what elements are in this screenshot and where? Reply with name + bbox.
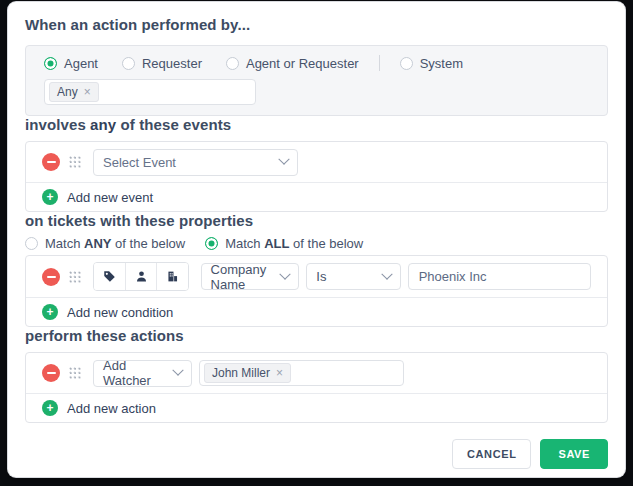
radio-unselected-icon [25, 237, 38, 250]
conditions-box: Company Name Is Phoenix Inc + Add new co… [25, 255, 608, 327]
select-value: Is [316, 269, 326, 284]
drag-handle-icon[interactable] [69, 156, 81, 168]
chip-label: John Miller [212, 366, 270, 380]
radio-option-agent-or-requester[interactable]: Agent or Requester [226, 56, 359, 71]
value-chip: John Miller × [204, 363, 291, 383]
vertical-divider [379, 55, 380, 71]
radio-option-system[interactable]: System [400, 56, 463, 71]
drag-handle-icon[interactable] [69, 367, 81, 379]
radio-label: Agent [64, 56, 98, 71]
label-text: of the below [111, 236, 185, 251]
radio-option-agent[interactable]: Agent [44, 56, 98, 71]
add-action-label: Add new action [67, 401, 156, 416]
condition-operator-select[interactable]: Is [306, 263, 400, 290]
radio-unselected-icon [122, 57, 135, 70]
label-bold-text: ALL [264, 236, 289, 251]
label-text: Match [45, 236, 84, 251]
plus-icon: + [42, 304, 58, 320]
select-value: Company Name [211, 262, 274, 292]
condition-field-select[interactable]: Company Name [201, 263, 300, 290]
match-type-radio-group: Match ANY of the below Match ALL of the … [25, 236, 608, 251]
action-type-select[interactable]: Add Watcher [93, 360, 192, 387]
ticket-tag-icon[interactable] [94, 263, 125, 290]
add-action-button[interactable]: + Add new action [26, 393, 607, 422]
event-select[interactable]: Select Event [93, 149, 298, 176]
radio-match-all[interactable]: Match ALL of the below [205, 236, 363, 251]
radio-label: Requester [142, 56, 202, 71]
actions-box: Add Watcher John Miller × + Add new acti… [25, 352, 608, 423]
radio-unselected-icon [226, 57, 239, 70]
add-event-button[interactable]: + Add new event [26, 182, 607, 211]
radio-selected-icon [44, 57, 57, 70]
section-title-events: involves any of these events [25, 116, 608, 133]
heading-text: involves [25, 116, 90, 133]
condition-row: Company Name Is Phoenix Inc [26, 256, 607, 297]
chevron-down-icon [172, 365, 183, 376]
save-button[interactable]: SAVE [540, 439, 608, 469]
radio-label: Match ANY of the below [45, 236, 185, 251]
chip-label: Any [57, 85, 78, 99]
condition-scope-toggle [93, 262, 189, 291]
add-condition-label: Add new condition [67, 305, 173, 320]
performed-by-radio-group: Agent Requester Agent or Requester Syste… [44, 55, 589, 71]
label-text: of the below [289, 236, 363, 251]
value-chip: Any × [49, 82, 99, 102]
select-value: Add Watcher [103, 358, 166, 388]
remove-condition-button[interactable] [42, 268, 60, 286]
cancel-button[interactable]: CANCEL [452, 439, 531, 469]
drag-handle-icon[interactable] [69, 271, 81, 283]
performed-by-value-input[interactable]: Any × [44, 79, 256, 105]
automation-rule-card: When an action performed by... Agent Req… [8, 2, 625, 477]
chevron-down-icon [278, 154, 289, 165]
action-row: Add Watcher John Miller × [26, 353, 607, 393]
heading-text: of these events [116, 116, 231, 133]
remove-action-button[interactable] [42, 364, 60, 382]
section-title-performed-by: When an action performed by... [25, 16, 608, 33]
plus-icon: + [42, 400, 58, 416]
radio-label: Agent or Requester [246, 56, 359, 71]
events-box: Select Event + Add new event [25, 141, 608, 212]
radio-label: System [420, 56, 463, 71]
plus-icon: + [42, 189, 58, 205]
event-row: Select Event [26, 142, 607, 182]
chevron-down-icon [381, 268, 392, 279]
select-placeholder: Select Event [103, 155, 176, 170]
chevron-down-icon [280, 268, 291, 279]
label-bold-text: ANY [84, 236, 111, 251]
label-text: Match [225, 236, 264, 251]
company-building-icon[interactable] [156, 263, 187, 290]
requester-person-icon[interactable] [125, 263, 156, 290]
radio-selected-icon [205, 237, 218, 250]
radio-match-any[interactable]: Match ANY of the below [25, 236, 185, 251]
footer-bar: CANCEL SAVE [25, 439, 608, 469]
watcher-value-input[interactable]: John Miller × [199, 360, 404, 386]
add-condition-button[interactable]: + Add new condition [26, 297, 607, 326]
radio-unselected-icon [400, 57, 413, 70]
radio-label: Match ALL of the below [225, 236, 363, 251]
section-title-conditions: on tickets with these properties [25, 212, 608, 229]
chip-remove-icon[interactable]: × [276, 366, 283, 380]
remove-event-button[interactable] [42, 153, 60, 171]
section-title-actions: perform these actions [25, 327, 608, 344]
page-background: When an action performed by... Agent Req… [0, 0, 633, 486]
radio-option-requester[interactable]: Requester [122, 56, 202, 71]
chip-remove-icon[interactable]: × [84, 85, 91, 99]
add-event-label: Add new event [67, 190, 153, 205]
performed-by-panel: Agent Requester Agent or Requester Syste… [25, 45, 608, 116]
heading-bold-text: any [90, 116, 116, 133]
condition-value-input[interactable]: Phoenix Inc [408, 263, 591, 290]
